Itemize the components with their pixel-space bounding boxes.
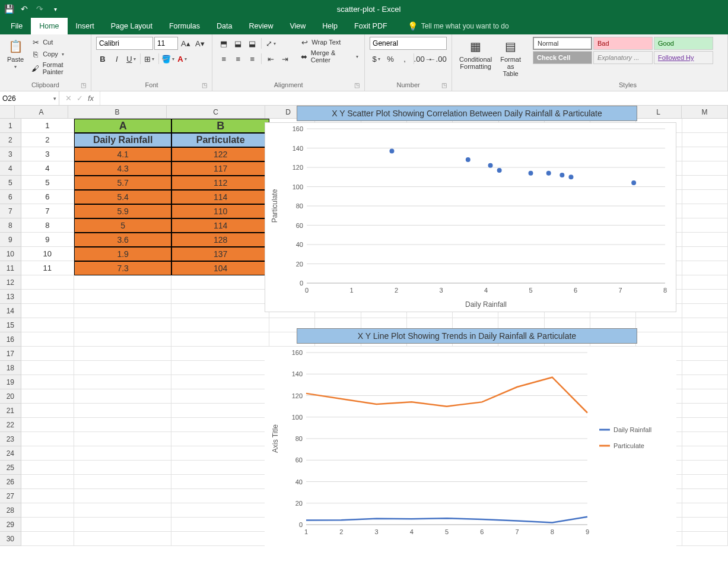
cell[interactable] [171,446,269,461]
name-box[interactable]: ▾ [0,91,59,105]
cell[interactable] [171,475,269,489]
row-header[interactable]: 20 [0,389,21,404]
cell[interactable] [21,475,74,489]
cell[interactable] [21,361,74,375]
row-header[interactable]: 23 [0,432,21,446]
border-button[interactable]: ⊞ [143,52,156,65]
decrease-indent-icon[interactable]: ⇤ [264,52,277,65]
align-left-icon[interactable]: ≡ [217,52,230,65]
cell[interactable]: 8 [21,218,74,233]
column-header-B[interactable]: B [68,106,167,119]
cell[interactable] [74,332,172,347]
cell[interactable]: 2 [21,133,74,147]
italic-button[interactable]: I [110,52,123,65]
comma-format-icon[interactable]: , [398,52,411,65]
column-header-C[interactable]: C [167,106,265,119]
row-header[interactable]: 9 [0,233,21,247]
cell[interactable] [682,361,728,375]
row-header[interactable]: 10 [0,247,21,261]
cell[interactable] [21,418,74,432]
cell[interactable] [171,375,269,389]
row-header[interactable]: 15 [0,318,21,332]
qat-dropdown-icon[interactable]: ▾ [50,4,61,14]
cell[interactable]: 114 [171,190,269,204]
line-chart[interactable]: 020406080100120140160123456789Daily Rain… [265,347,676,548]
row-header[interactable]: 22 [0,418,21,432]
cell[interactable]: Particulate [171,133,269,147]
cell[interactable]: 3.6 [74,233,172,247]
cell[interactable] [74,461,172,475]
cell[interactable] [171,347,269,361]
formula-input[interactable] [100,91,728,105]
select-all-corner[interactable] [0,106,15,119]
tell-me-search[interactable]: 💡 Tell me what you want to do [408,18,509,34]
cell[interactable]: 5 [21,176,74,190]
cell[interactable]: 122 [171,147,269,161]
row-header[interactable]: 4 [0,161,21,176]
cell[interactable] [682,418,728,432]
enter-formula-icon[interactable]: ✓ [77,94,83,103]
cell[interactable] [171,361,269,375]
cell[interactable] [682,375,728,389]
row-header[interactable]: 17 [0,347,21,361]
underline-button[interactable]: U [125,52,138,65]
row-header[interactable]: 11 [0,261,21,275]
redo-icon[interactable]: ↷ [34,4,45,14]
cell[interactable]: 4.3 [74,161,172,176]
increase-font-icon[interactable]: A▴ [179,37,192,50]
cell[interactable] [171,318,269,332]
cell[interactable] [682,261,728,275]
cell[interactable] [636,318,682,332]
cell[interactable] [682,133,728,147]
cell[interactable] [21,304,74,318]
cell-styles-gallery[interactable]: Normal Bad Good Check Cell Explanatory .… [533,37,723,64]
align-bottom-icon[interactable]: ⬓ [246,37,259,50]
align-right-icon[interactable]: ≡ [246,52,259,65]
tab-insert[interactable]: Insert [68,18,103,34]
cell[interactable]: 128 [171,233,269,247]
row-header[interactable]: 2 [0,133,21,147]
cell[interactable] [21,275,74,290]
cell[interactable] [682,176,728,190]
tab-help[interactable]: Help [314,18,346,34]
cell[interactable] [682,332,728,347]
font-size-select[interactable] [154,37,178,50]
cell[interactable] [21,318,74,332]
cell[interactable] [682,204,728,218]
tab-view[interactable]: View [281,18,314,34]
row-header[interactable]: 14 [0,304,21,318]
cell[interactable] [21,332,74,347]
cell[interactable] [21,518,74,532]
row-header[interactable]: 13 [0,290,21,304]
style-explanatory[interactable]: Explanatory ... [593,51,653,64]
cell[interactable] [682,404,728,418]
cell[interactable] [74,532,172,546]
cell[interactable]: 5.4 [74,190,172,204]
cell[interactable] [682,161,728,176]
cell[interactable] [21,446,74,461]
row-header[interactable]: 28 [0,503,21,518]
cut-button[interactable]: ✂Cut [30,37,86,47]
tab-review[interactable]: Review [240,18,281,34]
tab-home[interactable]: Home [31,18,67,34]
cell[interactable]: 4.1 [74,147,172,161]
cell[interactable] [74,375,172,389]
cell[interactable] [171,290,269,304]
decrease-decimal-icon[interactable]: ←.00 [431,52,444,65]
cell[interactable] [171,404,269,418]
cell[interactable] [682,489,728,503]
cell[interactable] [21,532,74,546]
row-header[interactable]: 25 [0,461,21,475]
tab-data[interactable]: Data [208,18,240,34]
number-format-select[interactable] [370,37,447,50]
name-box-dropdown-icon[interactable]: ▾ [53,96,56,101]
cell[interactable] [74,475,172,489]
cell[interactable] [74,404,172,418]
row-header[interactable]: 3 [0,147,21,161]
cell[interactable] [171,304,269,318]
cell[interactable]: 9 [21,233,74,247]
cell[interactable] [21,375,74,389]
cell[interactable]: 5 [74,218,172,233]
style-bad[interactable]: Bad [593,37,653,50]
cell[interactable] [171,503,269,518]
